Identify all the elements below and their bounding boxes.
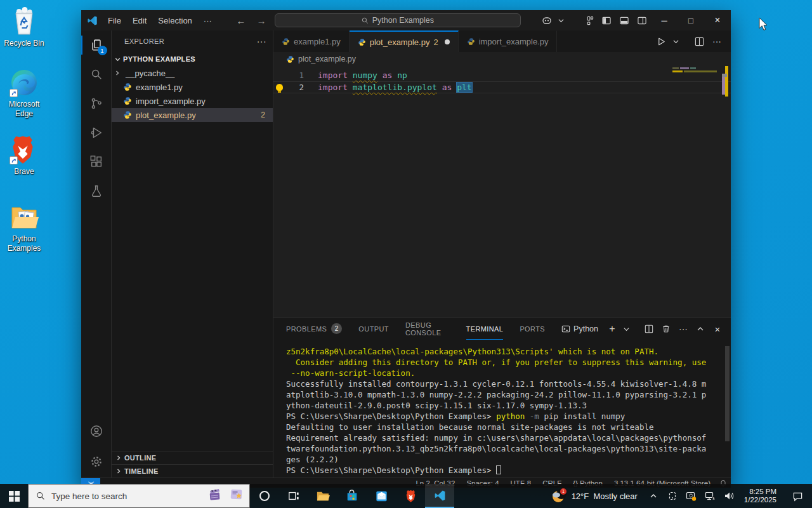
code-line-2[interactable]: 2import matplotlib.pyplot as plt <box>273 81 731 93</box>
explorer-activity-icon[interactable]: 1 <box>81 30 112 60</box>
terminal-line: Consider adding this directory to PATH o… <box>286 357 731 368</box>
chevron-down-icon[interactable] <box>556 12 566 29</box>
close-panel-icon[interactable]: × <box>710 322 724 336</box>
chevron-right-icon <box>114 69 122 78</box>
toggle-sidebar-icon[interactable] <box>598 12 615 29</box>
sidebar-section-timeline[interactable]: TIMELINE <box>112 464 273 478</box>
vscode-taskbar-button[interactable] <box>425 484 454 508</box>
panel-tab-ports[interactable]: PORTS <box>520 318 545 340</box>
menu-file[interactable]: File <box>103 14 126 27</box>
minimap[interactable] <box>672 67 722 74</box>
run-dropdown-chevron-icon[interactable] <box>671 33 680 50</box>
editor-more-actions-icon[interactable]: ··· <box>709 33 724 50</box>
microsoft-store-button[interactable] <box>337 484 367 508</box>
desktop-icon-python-examples-folder[interactable]: Python Examples <box>0 202 48 253</box>
panel-tab-output[interactable]: OUTPUT <box>358 318 389 340</box>
desktop-icon-brave[interactable]: Brave <box>0 135 48 177</box>
panel-more-actions-icon[interactable]: ··· <box>676 322 690 336</box>
clock-date: 1/22/2025 <box>744 496 776 504</box>
chevron-right-icon <box>115 468 122 474</box>
terminal-line: ython-dateutil-2.9.0.post0 scipy-1.15.1 … <box>286 400 731 411</box>
cortana-button[interactable] <box>250 484 279 508</box>
mail-button[interactable] <box>367 484 396 508</box>
tray-display-update-icon[interactable] <box>683 491 700 501</box>
windows-taskbar: Type here to search 1 12°F Mostly clear <box>0 484 812 508</box>
weather-moon-cloud-icon: 1 <box>551 488 567 504</box>
terminal-output[interactable]: z5n2kfra8p0\LocalCache\local-packages\Py… <box>273 340 731 478</box>
text-cursor <box>472 83 473 93</box>
breadcrumb[interactable]: plot_example.py <box>273 52 731 66</box>
start-button[interactable] <box>0 484 28 508</box>
explorer-item-import_example-py[interactable]: import_example.py <box>112 94 273 108</box>
explorer-more-icon[interactable]: ··· <box>257 36 266 46</box>
run-debug-activity-icon[interactable] <box>81 118 112 147</box>
taskbar-clock[interactable]: 8:25 PM 1/22/2025 <box>740 488 783 504</box>
tab-plot_example-py[interactable]: plot_example.py2 <box>350 30 459 52</box>
sidebar-section-outline[interactable]: OUTLINE <box>112 451 273 464</box>
taskbar-search-box[interactable]: Type here to search <box>28 484 250 508</box>
tray-volume-icon[interactable] <box>721 491 738 501</box>
desktop-icon-microsoft-edge[interactable]: Microsoft Edge <box>0 67 48 119</box>
project-section-header[interactable]: PYTHON EXAMPLES <box>112 52 273 66</box>
testing-activity-icon[interactable] <box>81 177 112 206</box>
tab-example1-py[interactable]: example1.py <box>273 30 350 52</box>
tray-network-icon[interactable] <box>702 491 719 501</box>
extensions-activity-icon[interactable] <box>81 147 112 177</box>
screen: Recycle BinMicrosoft EdgeBravePython Exa… <box>0 0 812 508</box>
new-terminal-icon[interactable]: + <box>605 322 619 336</box>
back-arrow-icon[interactable]: ← <box>234 15 248 26</box>
run-python-file-button[interactable] <box>653 33 669 50</box>
maximize-button[interactable]: □ <box>678 10 704 30</box>
task-view-button[interactable] <box>279 484 308 508</box>
menu-edit[interactable]: Edit <box>128 14 152 27</box>
panel-tab-terminal[interactable]: TERMINAL <box>466 318 504 340</box>
action-center-icon[interactable] <box>785 491 809 502</box>
modified-dot-icon[interactable] <box>445 39 450 44</box>
vscode-logo-icon <box>81 15 103 26</box>
explorer-item-__pycache__[interactable]: __pycache__ <box>112 66 273 80</box>
tray-device-icon[interactable] <box>664 491 681 501</box>
tab-import_example-py[interactable]: import_example.py <box>459 30 558 52</box>
settings-gear-icon[interactable] <box>81 446 112 478</box>
code-line-1[interactable]: 1import numpy as np <box>273 69 731 81</box>
toggle-secondary-sidebar-icon[interactable] <box>633 12 651 29</box>
panel-actions: Python + ··· × <box>561 322 724 336</box>
terminal-profile[interactable]: Python <box>561 324 598 333</box>
forward-arrow-icon[interactable]: → <box>254 15 268 26</box>
minimize-button[interactable]: ─ <box>651 10 678 30</box>
search-activity-icon[interactable] <box>81 60 112 89</box>
explorer-item-plot_example-py[interactable]: plot_example.py2 <box>112 108 273 122</box>
desktop-icon-recycle-bin[interactable]: Recycle Bin <box>0 6 48 48</box>
terminal-line: --no-warn-script-location. <box>286 368 731 378</box>
search-icon <box>362 17 369 24</box>
terminal-dropdown-chevron-icon[interactable] <box>622 322 631 336</box>
file-explorer-button[interactable] <box>308 484 337 508</box>
weather-widget[interactable]: 1 12°F Mostly clear <box>546 488 643 504</box>
maximize-panel-chevron-icon[interactable] <box>693 322 707 336</box>
brave-icon <box>9 135 39 165</box>
search-highlight-clapperboard-icon[interactable] <box>207 487 223 505</box>
lightbulb-icon[interactable] <box>276 84 283 91</box>
code-editor[interactable]: 1import numpy as np2import matplotlib.py… <box>273 66 731 318</box>
source-control-activity-icon[interactable] <box>81 89 112 118</box>
titlebar-right: ─ □ × <box>538 10 731 30</box>
menu-selection[interactable]: Selection <box>153 14 197 27</box>
toggle-panel-icon[interactable] <box>615 12 633 29</box>
panel-tab-problems[interactable]: PROBLEMS2 <box>286 318 342 340</box>
search-highlight-card-icon[interactable] <box>229 487 244 505</box>
accounts-icon[interactable] <box>81 417 112 446</box>
terminal-scrollbar[interactable] <box>725 346 730 441</box>
command-center-search[interactable]: Python Examples <box>275 13 521 27</box>
close-button[interactable]: × <box>704 10 731 30</box>
tray-chevron-up-icon[interactable] <box>645 492 662 500</box>
menu-[interactable]: ··· <box>199 14 217 27</box>
explorer-item-example1-py[interactable]: example1.py <box>112 80 273 94</box>
copilot-icon[interactable] <box>538 12 556 29</box>
split-editor-icon[interactable] <box>691 33 707 50</box>
kill-terminal-trash-icon[interactable] <box>659 322 673 336</box>
file-name: example1.py <box>136 83 183 92</box>
split-terminal-icon[interactable] <box>642 322 656 336</box>
brave-taskbar-button[interactable] <box>396 484 425 508</box>
panel-tab-debug-console[interactable]: DEBUG CONSOLE <box>405 318 450 340</box>
customize-layout-icon[interactable] <box>580 12 598 29</box>
